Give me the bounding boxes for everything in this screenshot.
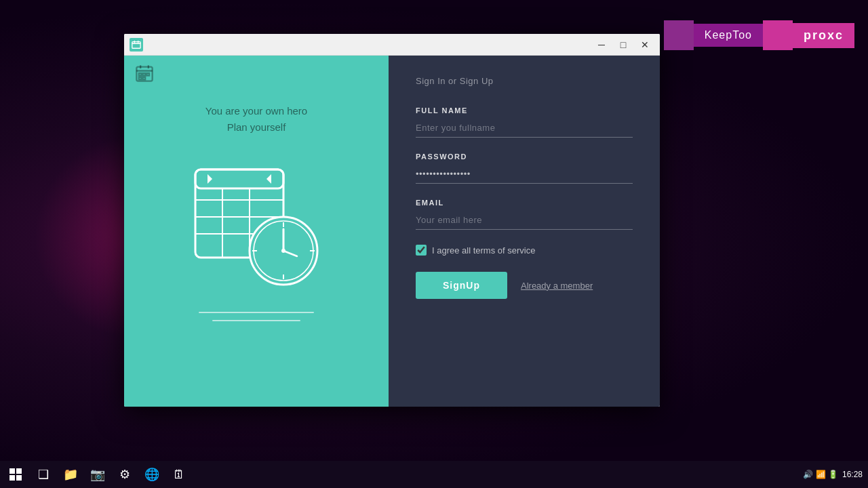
widget-keeptoo-label: KeepToo xyxy=(694,24,763,47)
taskbar-browser[interactable]: 🌐 xyxy=(140,462,164,487)
svg-rect-31 xyxy=(9,468,15,474)
title-bar: ─ □ ✕ xyxy=(124,34,660,56)
password-input[interactable] xyxy=(416,165,633,184)
taskbar-camera[interactable]: 📷 xyxy=(85,462,110,487)
terms-checkbox[interactable] xyxy=(416,245,427,256)
taskbar-time: 16:28 xyxy=(842,470,863,479)
terms-label: I agree all terms of service xyxy=(432,245,535,256)
calendar-corner-icon xyxy=(135,64,155,84)
terms-row: I agree all terms of service xyxy=(416,245,633,256)
svg-rect-33 xyxy=(9,475,15,481)
svg-rect-8 xyxy=(139,73,142,76)
svg-rect-12 xyxy=(143,77,146,80)
email-group: EMAIL xyxy=(416,199,633,230)
svg-rect-34 xyxy=(16,475,22,481)
signin-label: Sign In or Sign Up xyxy=(416,76,633,86)
password-group: PASSWORD xyxy=(416,152,633,184)
title-bar-controls: ─ □ ✕ xyxy=(592,35,654,54)
fullname-input[interactable] xyxy=(416,119,633,138)
svg-rect-32 xyxy=(16,468,22,474)
decorative-lines xyxy=(199,312,314,321)
top-right-widget: KeepToo proxc xyxy=(664,20,854,50)
actions-row: SignUp Already a member xyxy=(416,272,633,299)
widget-square-1 xyxy=(664,20,694,50)
taskbar-task-view[interactable]: ❑ xyxy=(31,462,56,487)
hero-text: You are your own hero Plan yourself xyxy=(205,103,307,136)
svg-rect-11 xyxy=(139,77,142,80)
svg-point-26 xyxy=(281,249,285,253)
fullname-label: FULL NAME xyxy=(416,106,633,115)
svg-marker-15 xyxy=(208,174,212,184)
taskbar-calendar[interactable]: 🗓 xyxy=(167,462,191,487)
widget-proxc-label: proxc xyxy=(793,23,854,48)
title-bar-icon xyxy=(130,38,143,52)
password-label: PASSWORD xyxy=(416,152,633,161)
email-label: EMAIL xyxy=(416,199,633,207)
minimize-button[interactable]: ─ xyxy=(592,35,611,54)
maximize-button[interactable]: □ xyxy=(614,35,633,54)
calendar-clock-illustration xyxy=(182,156,331,291)
close-button[interactable]: ✕ xyxy=(635,35,654,54)
email-input[interactable] xyxy=(416,211,633,230)
app-window: ─ □ ✕ You are y xyxy=(124,34,660,407)
taskbar-settings[interactable]: ⚙ xyxy=(113,462,137,487)
svg-rect-9 xyxy=(143,73,146,76)
taskbar-system-tray: 🔊 📶 🔋 xyxy=(803,470,838,479)
taskbar-right: 🔊 📶 🔋 16:28 xyxy=(803,470,863,479)
fullname-group: FULL NAME xyxy=(416,106,633,138)
taskbar: ❑ 📁 📷 ⚙ 🌐 🗓 🔊 📶 🔋 16:28 xyxy=(0,461,868,488)
window-content: You are your own hero Plan yourself xyxy=(124,56,660,407)
start-button[interactable] xyxy=(5,464,26,485)
widget-square-2 xyxy=(763,20,793,50)
svg-rect-0 xyxy=(132,41,140,48)
taskbar-files[interactable]: 📁 xyxy=(58,462,83,487)
left-panel: You are your own hero Plan yourself xyxy=(124,56,389,407)
already-member-link[interactable]: Already a member xyxy=(521,281,593,291)
taskbar-icon-group: ❑ 📁 📷 ⚙ 🌐 🗓 xyxy=(31,462,191,487)
signup-button[interactable]: SignUp xyxy=(416,272,507,299)
right-panel: Sign In or Sign Up FULL NAME PASSWORD EM… xyxy=(389,56,660,407)
svg-rect-10 xyxy=(147,73,150,76)
svg-marker-16 xyxy=(267,174,271,184)
